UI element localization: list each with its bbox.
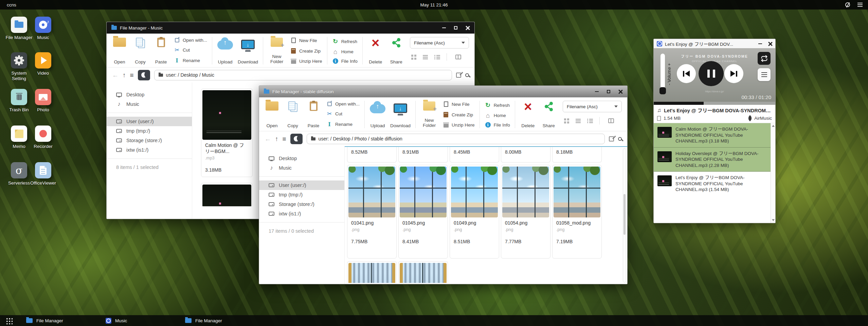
file-card-partial[interactable]: [398, 261, 448, 283]
sidebar-item-ixtw-drive[interactable]: ixtw (is1:/): [107, 145, 192, 155]
playlist-item[interactable]: Calm Motion @ フリーBGM DOVA-SYNDROME OFFIC…: [654, 123, 775, 148]
file-card-partial[interactable]: 8.52MB: [347, 147, 397, 162]
home-button[interactable]: Home: [332, 48, 358, 56]
app-launcher-grid-icon[interactable]: [5, 317, 13, 324]
taskbar-item-file-manager-1[interactable]: File Manager: [21, 315, 92, 326]
volume-slider[interactable]: [661, 54, 665, 93]
unzip-here-button[interactable]: Unzip Here: [290, 59, 322, 64]
maximize-button[interactable]: [454, 26, 457, 30]
menu-icon[interactable]: [857, 3, 863, 4]
sidebar-item-tmp-drive[interactable]: tmp (tmp:/): [259, 190, 344, 199]
open-button[interactable]: Open: [111, 36, 128, 65]
title-bar[interactable]: File Manager - Music: [107, 22, 474, 34]
desktop-icon-officeviewer[interactable]: OfficeViewer: [28, 162, 58, 186]
view-grid-icon[interactable]: [564, 118, 569, 123]
view-list-icon[interactable]: [576, 119, 581, 123]
sidebar-item-music[interactable]: Music: [107, 99, 192, 109]
unzip-here-button[interactable]: Unzip Here: [442, 122, 475, 128]
sidebar-item-desktop[interactable]: Desktop: [107, 90, 192, 99]
scroll-down-icon[interactable]: [772, 219, 775, 221]
desktop-icon-photo[interactable]: Photo: [28, 89, 58, 113]
desktop-icon-music[interactable]: Music: [28, 17, 58, 40]
up-button[interactable]: [275, 136, 278, 142]
file-card-partial[interactable]: [201, 183, 253, 207]
file-card[interactable]: 01049.png .png 8.51MB: [450, 165, 499, 258]
dark-mode-moon-button[interactable]: [290, 134, 303, 144]
sort-dropdown[interactable]: Filename (Asc): [410, 37, 469, 49]
scroll-up-icon[interactable]: [772, 125, 775, 127]
sidebar-item-storage-drive[interactable]: Storage (store:/): [259, 199, 344, 209]
file-card-partial[interactable]: [347, 261, 397, 283]
taskbar-item-file-manager-2[interactable]: File Manager: [180, 315, 251, 326]
view-columns-icon[interactable]: [455, 55, 461, 59]
file-card-partial[interactable]: 8.45MB: [450, 147, 499, 162]
share-button[interactable]: Share: [540, 100, 558, 129]
delete-button[interactable]: Delete: [519, 100, 537, 129]
path-input[interactable]: user: / Desktop / Music: [154, 70, 452, 80]
view-details-icon[interactable]: [434, 55, 440, 59]
maximize-button[interactable]: [607, 90, 610, 93]
home-button[interactable]: Home: [485, 112, 510, 119]
file-info-button[interactable]: File Info: [332, 58, 358, 64]
close-button[interactable]: [618, 90, 622, 94]
list-menu-button[interactable]: [283, 136, 286, 142]
new-file-button[interactable]: New File: [290, 38, 322, 43]
new-file-button[interactable]: New File: [442, 101, 475, 107]
playlist-scrollbar[interactable]: [771, 123, 775, 223]
sidebar-item-user-drive[interactable]: User (user:/): [259, 180, 344, 190]
close-button[interactable]: [466, 26, 470, 30]
minimize-button[interactable]: [595, 91, 599, 92]
playlist-button[interactable]: [758, 68, 771, 81]
sidebar-item-desktop[interactable]: Desktop: [259, 154, 344, 163]
paste-button[interactable]: Paste: [152, 36, 170, 65]
sidebar-item-tmp-drive[interactable]: tmp (tmp:/): [107, 126, 192, 136]
power-icon[interactable]: [845, 2, 850, 7]
repeat-button[interactable]: [758, 52, 771, 65]
paste-button[interactable]: Paste: [305, 100, 322, 129]
scrollbar[interactable]: [623, 148, 626, 283]
open-with-button[interactable]: Open with...: [326, 101, 360, 107]
path-input[interactable]: user: / Desktop / Photo / stable diffusi…: [307, 134, 605, 144]
edit-path-icon[interactable]: [609, 136, 614, 141]
player-title-bar[interactable]: Let's Enjoy @ フリーBGM DOV...: [654, 39, 775, 48]
sort-dropdown[interactable]: Filename (Asc): [563, 101, 622, 112]
close-button[interactable]: [768, 42, 772, 46]
view-grid-icon[interactable]: [411, 55, 416, 60]
create-zip-button[interactable]: Create Zip: [290, 48, 322, 54]
delete-button[interactable]: Delete: [367, 36, 384, 65]
minimize-button[interactable]: [758, 43, 762, 44]
refresh-button[interactable]: Refresh: [332, 38, 358, 45]
cut-button[interactable]: Cut: [174, 46, 207, 54]
file-card-partial[interactable]: 8.18MB: [552, 147, 602, 162]
edit-path-icon[interactable]: [456, 73, 461, 78]
pause-button[interactable]: [699, 61, 724, 86]
search-icon[interactable]: [465, 73, 469, 77]
file-card[interactable]: 01054.png .png 7.77MB: [501, 165, 550, 258]
sidebar-item-ixtw-drive[interactable]: ixtw (is1:/): [259, 209, 344, 218]
view-details-icon[interactable]: [587, 119, 593, 123]
refresh-button[interactable]: Refresh: [485, 101, 510, 109]
taskbar-item-music[interactable]: Music: [101, 315, 171, 326]
sidebar-item-user-drive[interactable]: User (user:/): [107, 117, 192, 126]
file-card-partial[interactable]: 8.00MB: [501, 147, 550, 162]
download-button[interactable]: Download: [237, 36, 259, 65]
volume-slider-thumb[interactable]: [659, 87, 666, 94]
next-track-button[interactable]: [724, 64, 743, 83]
cut-button[interactable]: Cut: [326, 110, 360, 117]
upload-button[interactable]: Upload: [369, 100, 386, 129]
file-info-button[interactable]: File Info: [485, 122, 510, 128]
sidebar-item-music[interactable]: Music: [259, 163, 344, 173]
rename-button[interactable]: Rename: [326, 121, 360, 128]
up-button[interactable]: [123, 72, 126, 78]
download-button[interactable]: Download: [390, 100, 411, 129]
upload-button[interactable]: Upload: [216, 36, 234, 65]
file-card-calm-motion[interactable]: Calm Motion @ フリーBGM... .mp3 3.18MB: [201, 89, 253, 177]
desktop-icon-recorder[interactable]: Recorder: [28, 126, 58, 149]
file-card-partial[interactable]: 8.91MB: [398, 147, 448, 162]
back-button[interactable]: [112, 72, 119, 78]
back-button[interactable]: [265, 136, 271, 142]
open-button[interactable]: Open: [263, 100, 281, 129]
list-menu-button[interactable]: [130, 72, 134, 78]
open-with-button[interactable]: Open with...: [174, 38, 207, 43]
new-folder-button[interactable]: New Folder: [267, 36, 286, 65]
